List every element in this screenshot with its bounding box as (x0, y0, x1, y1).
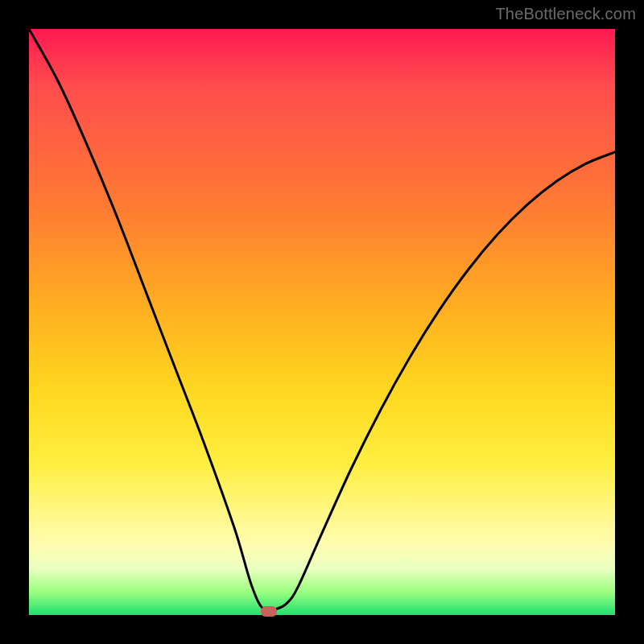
watermark-text: TheBottleneck.com (495, 5, 636, 23)
bottleneck-curve (29, 29, 615, 615)
plot-area (29, 29, 615, 615)
optimal-point-marker (261, 606, 277, 617)
chart-frame: TheBottleneck.com (0, 0, 644, 644)
curve-path (29, 29, 615, 611)
